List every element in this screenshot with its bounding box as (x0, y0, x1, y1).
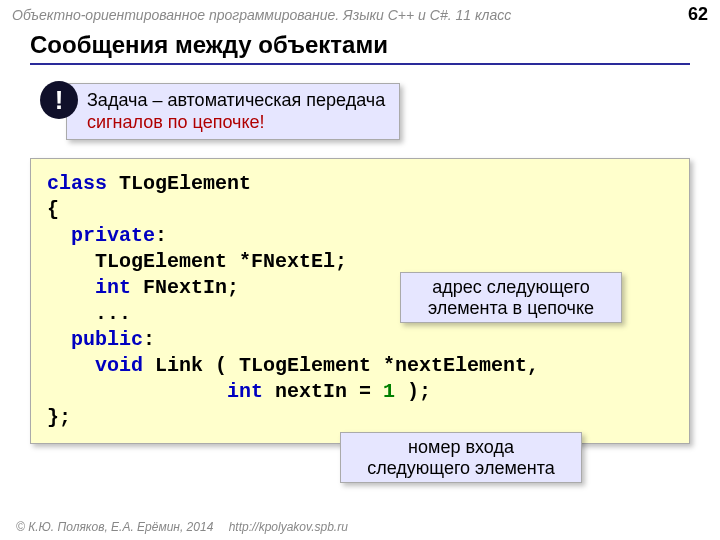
link-part: Link ( TLogElement *nextElement, (143, 354, 539, 377)
task-box: Задача – автоматическая передача сигнало… (66, 83, 400, 140)
brace-close: }; (47, 406, 71, 429)
kw-void: void (47, 354, 143, 377)
header-bar: Объектно-ориентированное программировани… (0, 0, 720, 25)
callout1-l1: адрес следующего (411, 277, 611, 298)
callout2-l2: следующего элемента (351, 458, 571, 479)
kw-int2: int (47, 380, 263, 403)
fnextin: FNextIn; (131, 276, 239, 299)
footer: © К.Ю. Поляков, Е.А. Ерёмин, 2014 http:/… (16, 520, 348, 534)
callout2-l1: номер входа (351, 437, 571, 458)
callout1-l2: элемента в цепочке (411, 298, 611, 319)
colon2: : (143, 328, 155, 351)
kw-private: private (47, 224, 155, 247)
dots: ... (47, 302, 131, 325)
brace-open: { (47, 198, 59, 221)
callout-input-number: номер входа следующего элемента (340, 432, 582, 483)
task-row: ! Задача – автоматическая передача сигна… (40, 81, 720, 140)
exclamation-icon: ! (40, 81, 78, 119)
class-name: TLogElement (107, 172, 251, 195)
callout-address: адрес следующего элемента в цепочке (400, 272, 622, 323)
end-paren: ); (395, 380, 431, 403)
kw-public: public (47, 328, 143, 351)
num-one: 1 (383, 380, 395, 403)
nextin: nextIn = (263, 380, 383, 403)
footer-url: http://kpolyakov.spb.ru (229, 520, 348, 534)
kw-class: class (47, 172, 107, 195)
course-label: Объектно-ориентированное программировани… (12, 7, 511, 23)
footer-authors: © К.Ю. Поляков, Е.А. Ерёмин, 2014 (16, 520, 213, 534)
task-line2: сигналов по цепочке! (87, 112, 385, 134)
task-line1: Задача – автоматическая передача (87, 90, 385, 112)
kw-int1: int (47, 276, 131, 299)
colon1: : (155, 224, 167, 247)
page-number: 62 (688, 4, 708, 25)
line-fnextel: TLogElement *FNextEl; (47, 250, 347, 273)
slide-title: Сообщения между объектами (30, 31, 690, 65)
